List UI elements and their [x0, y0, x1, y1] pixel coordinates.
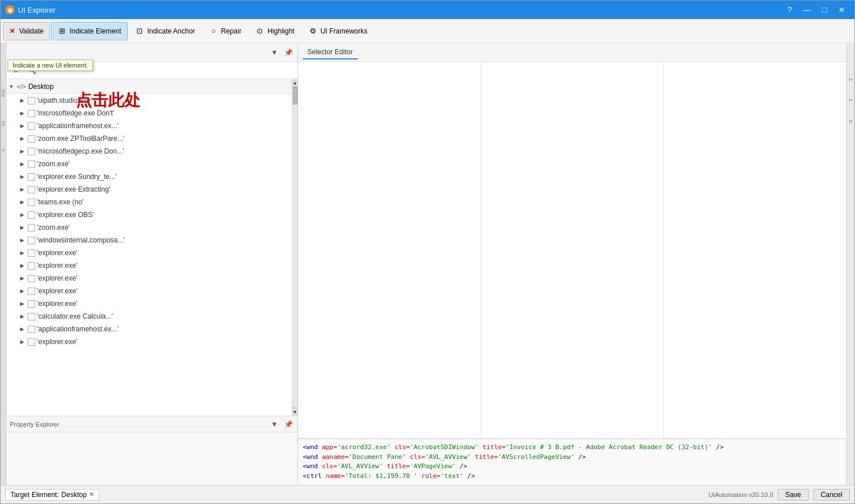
tree-checkbox[interactable] — [28, 173, 35, 181]
tree-item[interactable]: ▶ 'applicationframehost.ex...' — [6, 120, 292, 132]
expander-icon: ▶ — [18, 262, 26, 270]
scroll-thumb[interactable] — [293, 87, 298, 104]
tree-checkbox[interactable] — [28, 110, 35, 117]
expander-icon: ▶ — [18, 287, 26, 295]
tree-root-desktop[interactable]: ▼ </> Desktop — [6, 79, 292, 94]
tree-item[interactable]: ▶ 'zoom.exe' — [6, 221, 292, 234]
tree-checkbox[interactable] — [28, 160, 35, 168]
tree-item-label: 'uipath.studio.exe' — [37, 96, 92, 104]
indicate-element-button[interactable]: ⊞ Indicate Element — [51, 22, 127, 40]
tree-item[interactable]: ▶ 'explorer.exe' — [6, 297, 292, 310]
app-icon: ◉ — [5, 5, 14, 14]
title-bar: ◉ UI Explorer ? — □ ✕ — [1, 1, 854, 19]
tree-item-label: 'explorer.exe' — [37, 338, 77, 346]
expander-icon: ▶ — [18, 249, 26, 257]
tree-item-label: 'applicationframehost.ex...' — [37, 122, 118, 130]
tree-checkbox[interactable] — [28, 186, 35, 193]
highlight-button[interactable]: ⊙ Highlight — [249, 22, 301, 40]
ui-frameworks-label: UI Frameworks — [321, 27, 367, 35]
tree-item[interactable]: ▶ 'explorer.exe OBS' — [6, 208, 292, 221]
tree-item-label: 'explorer.exe' — [37, 262, 77, 270]
tree-panel-header: Indicate a new UI element. 点击此处 ▼ 📌 — [6, 43, 298, 62]
scroll-up-btn[interactable]: ▲ — [292, 79, 298, 87]
tree-checkbox[interactable] — [28, 237, 35, 244]
tree-item-label: 'explorer.exe Extracting' — [37, 185, 110, 193]
panel-dropdown-btn[interactable]: ▼ — [269, 47, 280, 58]
tree-item[interactable]: ▶ 'applicationframehost.ex...' — [6, 323, 292, 335]
tree-checkbox[interactable] — [28, 97, 35, 104]
panel-pin-btn[interactable]: 📌 — [282, 47, 294, 58]
expander-icon: ▶ — [18, 223, 26, 232]
tree-checkbox[interactable] — [28, 224, 35, 232]
repair-button[interactable]: ○ Repair — [203, 22, 248, 40]
tree-item[interactable]: ▶ 'explorer.exe' — [6, 272, 292, 285]
tree-checkbox[interactable] — [28, 199, 35, 206]
tree-item[interactable]: ▶ 'explorer.exe Sundry_te...' — [6, 170, 292, 183]
indicate-element-label: Indicate Element — [69, 27, 121, 35]
ui-frameworks-button[interactable]: ⚙ UI Frameworks — [302, 22, 374, 40]
tree-item[interactable]: ▶ 'explorer.exe' — [6, 285, 292, 297]
minimize-button[interactable]: — — [799, 3, 815, 16]
target-close-btn[interactable]: ✕ — [89, 491, 94, 498]
tree-item[interactable]: ▶ 'explorer.exe' — [6, 259, 292, 272]
indicate-element-icon: ⊞ — [57, 27, 66, 36]
indicate-anchor-button[interactable]: ⊡ Indicate Anchor — [129, 22, 202, 40]
tree-item-label: 'explorer.exe' — [37, 300, 77, 308]
tree-item[interactable]: ▶ 'microsoftedgecp.exe Don...' — [6, 145, 292, 158]
tree-item-label: 'zoom.exe' — [37, 223, 70, 232]
tree-checkbox[interactable] — [28, 288, 35, 295]
element-tree[interactable]: ▼ </> Desktop ▶ 'uipath.studio.exe' ▶ 'm… — [6, 79, 292, 416]
expander-icon: ▶ — [18, 185, 26, 193]
tree-checkbox[interactable] — [28, 300, 35, 308]
tree-item-label: 'microsoftedge.exe Don't' — [37, 109, 114, 117]
tree-item[interactable]: ▶ 'explorer.exe' — [6, 335, 292, 348]
cancel-button[interactable]: Cancel — [813, 489, 850, 501]
expander-icon: ▶ — [18, 325, 26, 333]
tree-checkbox[interactable] — [28, 122, 35, 130]
help-button[interactable]: ? — [782, 3, 798, 16]
tree-checkbox[interactable] — [28, 249, 35, 257]
tree-checkbox[interactable] — [28, 326, 35, 333]
tree-checkbox[interactable] — [28, 275, 35, 282]
validate-x-icon: ✕ — [9, 27, 15, 35]
tree-scrollbar[interactable]: ▲ ▼ — [292, 79, 298, 416]
selector-col-1 — [298, 62, 481, 438]
tree-checkbox[interactable] — [28, 135, 35, 143]
tree-item[interactable]: ▶ 'zoom.exe ZPToolBarPare...' — [6, 132, 292, 145]
expander-icon: ▶ — [18, 160, 26, 168]
right-edge-label-e3: E — [848, 120, 853, 124]
scroll-down-btn[interactable]: ▼ — [292, 408, 298, 416]
selector-editor-body: <wnd app='acrord32.exe' cls='AcrobatSDIW… — [298, 62, 846, 485]
tree-checkbox[interactable] — [28, 338, 35, 346]
main-area: Me M s Indicate a new UI element. 点击此处 ▼… — [1, 43, 854, 485]
prop-pin-btn[interactable]: 📌 — [282, 419, 294, 430]
tree-item[interactable]: ▶ 'teams.exe (no' — [6, 196, 292, 208]
tree-item[interactable]: ▶ 'explorer.exe Extracting' — [6, 183, 292, 196]
tree-item[interactable]: ▶ 'windowsinternal.composa...' — [6, 234, 292, 247]
selector-editor-tab[interactable]: Selector Editor — [303, 46, 358, 59]
tree-item-label: 'explorer.exe' — [37, 287, 77, 295]
title-bar-left: ◉ UI Explorer — [5, 5, 55, 14]
tree-item[interactable]: ▶ 'zoom.exe' — [6, 158, 292, 170]
prop-dropdown-btn[interactable]: ▼ — [269, 419, 280, 430]
tree-checkbox[interactable] — [28, 313, 35, 320]
tree-checkbox[interactable] — [28, 211, 35, 219]
tree-item[interactable]: ▶ 'microsoftedge.exe Don't' — [6, 107, 292, 120]
tree-item[interactable]: ▶ 'explorer.exe' — [6, 247, 292, 259]
tree-item[interactable]: ▶ 'uipath.studio.exe' — [6, 94, 292, 107]
tree-item-label: 'applicationframehost.ex...' — [37, 325, 118, 333]
maximize-button[interactable]: □ — [816, 3, 832, 16]
expander-icon: ▶ — [18, 96, 26, 104]
tree-checkbox[interactable] — [28, 262, 35, 270]
validate-button[interactable]: ✕ Validate — [3, 22, 50, 40]
expander-icon: ▶ — [18, 135, 26, 143]
expander-icon: ▶ — [18, 173, 26, 181]
tree-checkbox[interactable] — [28, 148, 35, 155]
property-explorer-header: Property Explorer ▼ 📌 — [6, 416, 298, 432]
tree-item[interactable]: ▶ 'calculator.exe Calcula...' — [6, 310, 292, 323]
highlight-icon: ⊙ — [255, 27, 265, 36]
save-button[interactable]: Save — [778, 489, 808, 501]
main-window: ◉ UI Explorer ? — □ ✕ ✕ Validate ⊞ Indic… — [0, 0, 855, 504]
close-button[interactable]: ✕ — [834, 3, 850, 16]
expander-icon: ▶ — [18, 312, 26, 320]
